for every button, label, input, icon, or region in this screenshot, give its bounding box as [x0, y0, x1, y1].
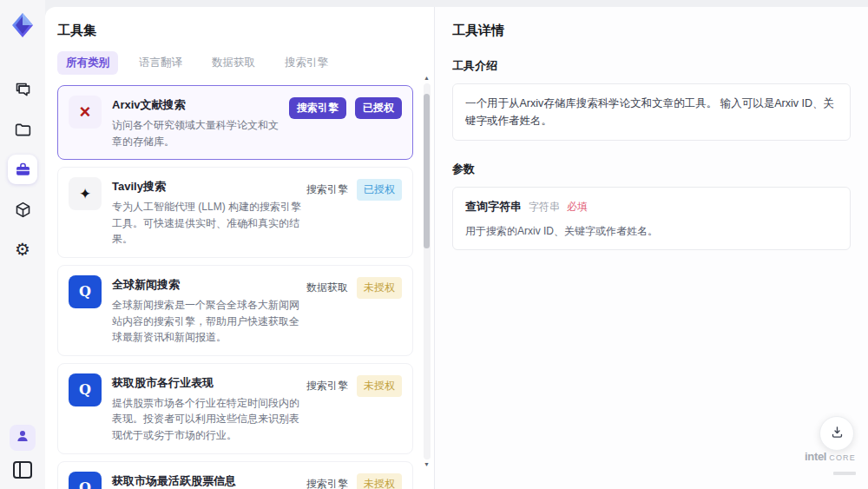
param-required-flag: 必填 [567, 199, 588, 215]
detail-title: 工具详情 [452, 23, 851, 39]
tool-name: Tavily搜索 [112, 179, 301, 195]
download-icon [830, 425, 845, 443]
app-logo-icon [10, 12, 36, 38]
brand-core-text: core [829, 450, 856, 463]
params-list: 查询字符串 字符串 必填 用于搜索的Arxiv ID、关键字或作者姓名。 [452, 187, 851, 250]
category-tab[interactable]: 语言翻译 [130, 51, 191, 75]
cube-icon [14, 201, 32, 219]
tool-detail-panel: 工具详情 工具介绍 一个用于从Arxiv存储库搜索科学论文和文章的工具。 输入可… [434, 7, 868, 489]
category-tab[interactable]: 搜索引擎 [276, 51, 337, 75]
category-badge: 数据获取 [306, 277, 348, 299]
auth-status-badge: 未授权 [357, 375, 402, 397]
app-window: ⚙ 工具集 所有类别 语言翻译 数据获取 [0, 0, 868, 489]
intro-heading: 工具介绍 [452, 58, 851, 74]
scrollbar-track[interactable] [424, 83, 431, 459]
auth-status-badge: 已授权 [357, 179, 402, 201]
auth-status-badge: 未授权 [357, 277, 402, 299]
param-name: 查询字符串 [465, 198, 522, 216]
tool-list-panel: 工具集 所有类别 语言翻译 数据获取 搜索引擎 × [45, 7, 434, 489]
tool-card[interactable]: × Arxiv文献搜索 访问各个研究领域大量科学论文和文章的存储库。 搜索引擎 … [57, 85, 413, 160]
tool-list: × Arxiv文献搜索 访问各个研究领域大量科学论文和文章的存储库。 搜索引擎 … [57, 85, 413, 489]
tool-card-body: 获取股市各行业表现 提供股票市场各个行业在特定时间段内的表现。投资者可以利用这些… [112, 373, 301, 444]
category-tab[interactable]: 数据获取 [203, 51, 264, 75]
category-badge: 搜索引擎 [306, 473, 348, 489]
tool-description: 全球新闻搜索是一个聚合全球各大新闻网站内容的搜索引擎，帮助用户快速获取全球最新资… [112, 297, 301, 346]
gear-icon: ⚙ [15, 241, 30, 258]
sidebar-item-chat[interactable] [8, 75, 37, 104]
tool-badges: 搜索引擎 已授权 [306, 177, 402, 201]
params-heading: 参数 [452, 162, 851, 177]
folder-icon [14, 121, 32, 139]
search-q-icon: Q [69, 275, 102, 308]
tool-badges: 搜索引擎 未授权 [306, 472, 402, 489]
category-badge: 搜索引擎 [306, 179, 348, 201]
category-badge: 搜索引擎 [306, 375, 348, 397]
page-title: 工具集 [57, 23, 413, 39]
tool-card-body: 获取市场最活跃股票信息 提供当天交易量最高的股票列表，投资者可以利用这些信息来识… [112, 472, 301, 489]
sidebar: ⚙ [0, 0, 45, 489]
search-q-icon: Q [69, 472, 102, 489]
tavily-star-icon: ✦ [69, 177, 102, 210]
tool-card-body: Tavily搜索 专为人工智能代理 (LLM) 构建的搜索引擎工具。可快速提供实… [112, 177, 301, 248]
tool-badges: 搜索引擎 未授权 [306, 373, 402, 397]
tool-badges: 搜索引擎 已授权 [289, 96, 402, 119]
intel-core-logo: intelcore [805, 450, 856, 479]
search-q-icon: Q [69, 373, 102, 406]
tool-description: 访问各个研究领域大量科学论文和文章的存储库。 [112, 117, 284, 149]
auth-status-badge: 未授权 [357, 473, 402, 489]
brand-intel-text: intel [805, 450, 826, 463]
param-card: 查询字符串 字符串 必填 用于搜索的Arxiv ID、关键字或作者姓名。 [452, 187, 851, 250]
panel-toggle-icon[interactable] [13, 461, 32, 479]
category-badge: 搜索引擎 [289, 97, 346, 119]
tool-card[interactable]: Q 获取市场最活跃股票信息 提供当天交易量最高的股票列表，投资者可以利用这些信息… [57, 461, 413, 489]
tool-intro-text: 一个用于从Arxiv存储库搜索科学论文和文章的工具。 输入可以是Arxiv ID… [452, 83, 851, 141]
tool-icon-glyph: Q [79, 381, 91, 398]
user-avatar-icon [15, 428, 30, 447]
tool-description: 提供股票市场各个行业在特定时间段内的表现。投资者可以利用这些信息来识别表现优于或… [112, 395, 301, 444]
tool-name: Arxiv文献搜索 [112, 97, 284, 113]
tool-icon-glyph: Q [79, 283, 91, 300]
tool-card[interactable]: Q 全球新闻搜索 全球新闻搜索是一个聚合全球各大新闻网站内容的搜索引擎，帮助用户… [57, 265, 413, 356]
tool-card[interactable]: Q 获取股市各行业表现 提供股票市场各个行业在特定时间段内的表现。投资者可以利用… [57, 363, 413, 454]
auth-status-badge: 已授权 [355, 97, 402, 119]
tool-card-body: 全球新闻搜索 全球新闻搜索是一个聚合全球各大新闻网站内容的搜索引擎，帮助用户快速… [112, 275, 301, 346]
param-type: 字符串 [529, 199, 560, 215]
category-tabs: 所有类别 语言翻译 数据获取 搜索引擎 [57, 51, 413, 75]
user-avatar[interactable] [10, 425, 36, 451]
scroll-down-icon[interactable]: ▼ [424, 461, 430, 468]
tool-card[interactable]: ✦ Tavily搜索 专为人工智能代理 (LLM) 构建的搜索引擎工具。可快速提… [57, 167, 413, 258]
sidebar-item-packages[interactable] [8, 195, 37, 224]
tool-icon-glyph: ✦ [79, 185, 91, 203]
tool-icon-glyph: Q [79, 479, 91, 489]
tool-name: 获取市场最活跃股票信息 [112, 473, 301, 489]
briefcase-icon [14, 161, 32, 179]
tool-card-body: Arxiv文献搜索 访问各个研究领域大量科学论文和文章的存储库。 [112, 96, 284, 149]
scroll-up-icon[interactable]: ▲ [424, 75, 430, 82]
list-scrollbar[interactable]: ▲ ▼ [422, 75, 431, 468]
sidebar-item-files[interactable] [8, 115, 37, 144]
main-content: 工具集 所有类别 语言翻译 数据获取 搜索引擎 × [45, 7, 868, 489]
tool-name: 全球新闻搜索 [112, 277, 301, 293]
chat-icon [14, 81, 32, 99]
download-button[interactable] [819, 416, 854, 451]
category-tab[interactable]: 所有类别 [57, 51, 118, 75]
brand-underline-bar [833, 472, 856, 475]
param-description: 用于搜索的Arxiv ID、关键字或作者姓名。 [465, 223, 838, 239]
tool-badges: 数据获取 未授权 [306, 275, 402, 299]
tool-icon-glyph: × [80, 101, 91, 123]
tool-name: 获取股市各行业表现 [112, 375, 301, 391]
sidebar-item-settings[interactable]: ⚙ [8, 235, 37, 264]
sidebar-item-tools[interactable] [8, 155, 37, 184]
param-header-row: 查询字符串 字符串 必填 [465, 198, 838, 216]
tool-description: 专为人工智能代理 (LLM) 构建的搜索引擎工具。可快速提供实时、准确和真实的结… [112, 199, 301, 248]
scrollbar-thumb[interactable] [424, 94, 430, 248]
arxiv-icon: × [69, 96, 102, 129]
